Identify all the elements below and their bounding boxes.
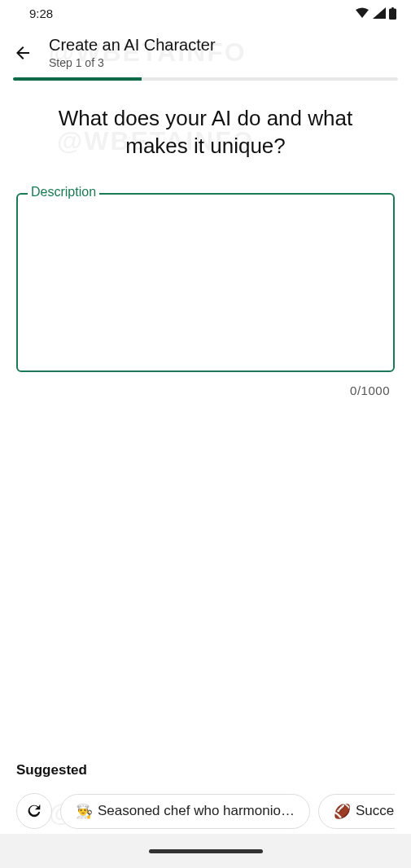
char-counter: 0/1000 [0, 384, 390, 397]
suggested-heading: Suggested [16, 762, 395, 778]
chip-text: Seasoned chef who harmonio… [98, 803, 295, 819]
chip-emoji: 🏈 [334, 803, 351, 820]
description-label: Description [28, 185, 99, 199]
description-input[interactable] [16, 193, 395, 372]
chip-text: Succes [356, 803, 395, 819]
suggestion-chips-row: 👨‍🍳 Seasoned chef who harmonio… 🏈 Succes [16, 793, 395, 829]
arrow-left-icon [13, 43, 33, 63]
back-button[interactable] [13, 43, 33, 63]
android-nav-bar [0, 834, 411, 868]
suggestion-chip[interactable]: 👨‍🍳 Seasoned chef who harmonio… [60, 794, 310, 829]
svg-rect-1 [391, 7, 394, 9]
svg-rect-0 [389, 8, 396, 20]
signal-icon [373, 7, 386, 19]
question-heading: What does your AI do and what makes it u… [0, 81, 411, 160]
nav-pill[interactable] [149, 849, 263, 853]
step-indicator: Step 1 of 3 [49, 56, 216, 69]
status-icons [355, 7, 396, 20]
status-time: 9:28 [29, 7, 53, 20]
refresh-suggestions-button[interactable] [16, 793, 52, 829]
wifi-icon [355, 7, 369, 19]
chip-emoji: 👨‍🍳 [76, 803, 93, 820]
refresh-icon [25, 802, 43, 820]
battery-icon [389, 7, 396, 20]
page-title: Create an AI Character [49, 36, 216, 55]
suggestion-chip[interactable]: 🏈 Succes [318, 794, 395, 829]
